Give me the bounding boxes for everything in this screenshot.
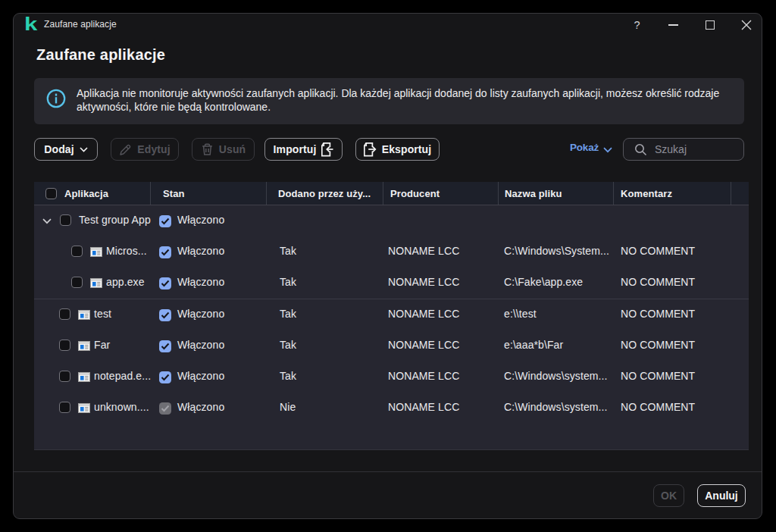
svg-text:?: ? bbox=[634, 19, 640, 31]
